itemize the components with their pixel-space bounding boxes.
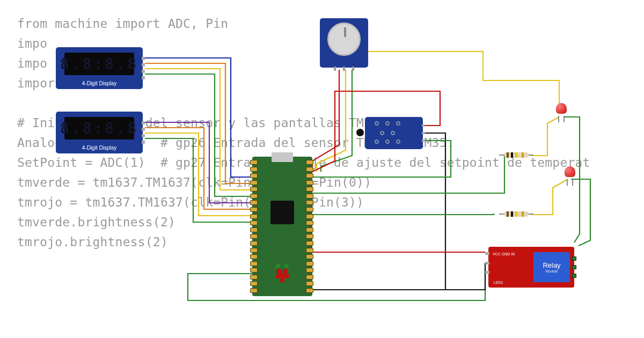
- display-1-label: 4-Digit Display: [56, 80, 143, 86]
- thermistor-probe-icon: [356, 129, 364, 136]
- resistor-1: [499, 152, 533, 158]
- pot-knob-icon[interactable]: [327, 23, 361, 56]
- display-1-value: 8.8:8.8: [60, 55, 138, 73]
- display-2-value: 8.8:8.8: [60, 120, 138, 137]
- relay-pin-labels: VCC GND IN: [493, 251, 515, 257]
- svg-point-6: [275, 263, 281, 269]
- display-2-label: 4-Digit Display: [56, 145, 143, 151]
- svg-point-0: [276, 269, 282, 274]
- svg-point-5: [280, 278, 284, 283]
- led-icon: [565, 166, 575, 177]
- display-2: 8.8:8.8 4-Digit Display: [56, 112, 143, 153]
- relay-module: VCC GND IN Relay Module LED1: [488, 247, 574, 288]
- display-1: 8.8:8.8 4-Digit Display: [56, 47, 143, 89]
- circuit-canvas: from machine import ADC, Pin impo impo i…: [0, 0, 644, 338]
- led-1: [556, 103, 567, 118]
- relay-sub: Module: [546, 269, 558, 273]
- svg-point-4: [285, 274, 289, 278]
- resistor-2: [499, 211, 533, 217]
- svg-point-7: [283, 263, 290, 269]
- pico-usb-icon: [272, 152, 293, 162]
- svg-point-1: [283, 269, 288, 274]
- led-icon: [556, 103, 567, 114]
- relay-title: Relay: [543, 261, 560, 269]
- raspberry-logo-icon: [272, 262, 293, 283]
- pico-left-pins: [250, 160, 259, 293]
- raspberry-pi-pico: [252, 157, 312, 296]
- potentiometer-module[interactable]: [320, 18, 368, 68]
- svg-point-3: [275, 274, 280, 278]
- led-2: [565, 166, 575, 181]
- pico-right-pins: [306, 160, 314, 293]
- relay-led1-label: LED1: [494, 281, 503, 284]
- pico-chip-icon: [270, 201, 294, 224]
- thermistor-module: [365, 117, 423, 149]
